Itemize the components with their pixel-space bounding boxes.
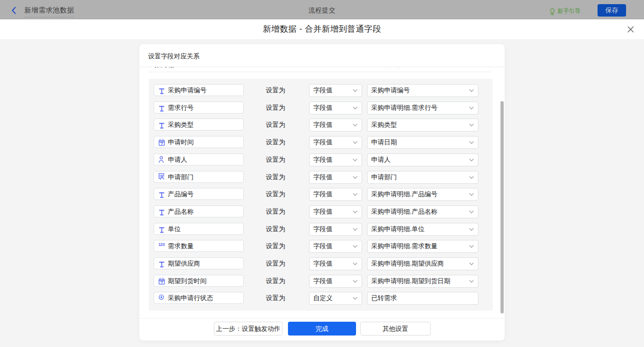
svg-text:123: 123 (159, 242, 165, 247)
